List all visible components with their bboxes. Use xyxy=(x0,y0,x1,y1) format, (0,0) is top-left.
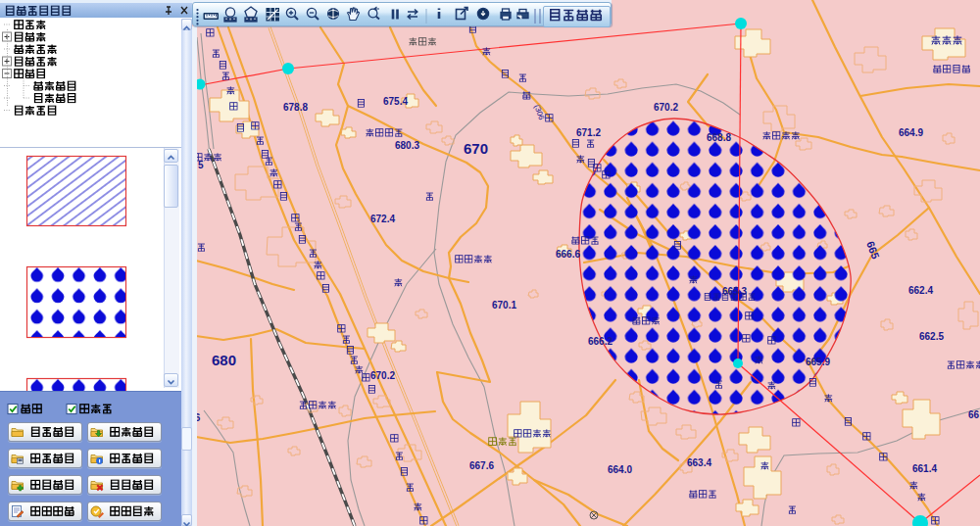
svg-text:678.8: 678.8 xyxy=(283,102,308,113)
svg-text:665.3: 665.3 xyxy=(722,286,747,297)
svg-text:680.3: 680.3 xyxy=(395,140,419,151)
svg-text:664.9: 664.9 xyxy=(899,127,923,138)
svg-text:668.8: 668.8 xyxy=(707,132,731,143)
svg-text:664.0: 664.0 xyxy=(608,464,632,475)
svg-text:666.2: 666.2 xyxy=(588,336,612,347)
svg-text:670.2: 670.2 xyxy=(370,370,395,381)
svg-text:670.1: 670.1 xyxy=(492,300,516,311)
svg-text:662.4: 662.4 xyxy=(908,285,933,296)
svg-text:5: 5 xyxy=(198,160,204,170)
svg-text:667.6: 667.6 xyxy=(469,460,494,471)
svg-text:672.4: 672.4 xyxy=(370,214,395,224)
svg-text:671.2: 671.2 xyxy=(576,127,601,138)
svg-text:663.4: 663.4 xyxy=(687,457,711,468)
svg-text:680: 680 xyxy=(212,352,236,368)
svg-text:661.4: 661.4 xyxy=(912,463,937,474)
svg-text:665.9: 665.9 xyxy=(806,357,830,367)
svg-text:666.6: 666.6 xyxy=(556,249,580,260)
svg-text:670.2: 670.2 xyxy=(654,102,678,113)
svg-text:66: 66 xyxy=(968,409,980,420)
svg-text:675.4: 675.4 xyxy=(383,96,408,107)
svg-text:662.5: 662.5 xyxy=(919,331,944,342)
svg-text:670: 670 xyxy=(464,140,488,157)
